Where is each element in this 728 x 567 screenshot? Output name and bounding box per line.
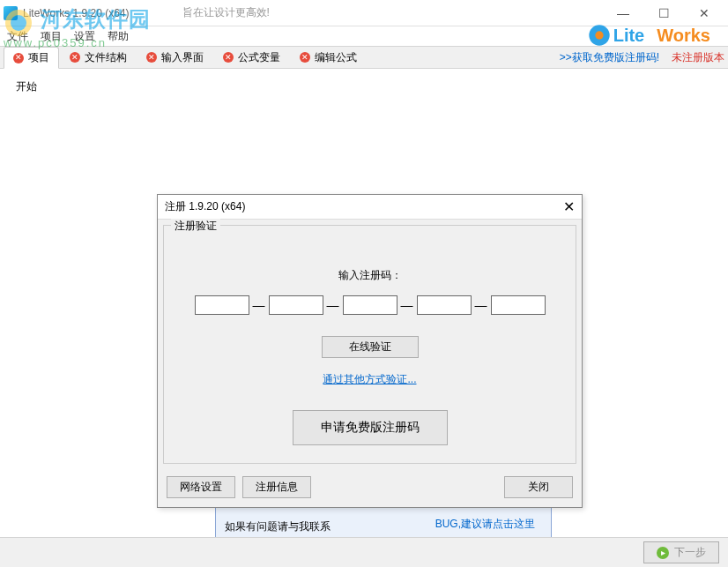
brand-logo: LiteWorks	[587, 23, 723, 48]
close-icon[interactable]: ✕	[223, 52, 234, 63]
bug-link[interactable]: BUG,建议请点击这里	[435, 517, 535, 532]
dialog-close-button[interactable]: 关闭	[504, 476, 573, 498]
code-input-5[interactable]	[491, 295, 546, 315]
brand-works: Works	[657, 26, 710, 46]
dialog-title: 注册 1.9.20 (x64)	[165, 199, 245, 214]
network-settings-button[interactable]: 网络设置	[167, 476, 235, 498]
window-title: LiteWorks 1.9.20 (x64)	[23, 7, 130, 19]
menu-settings[interactable]: 设置	[74, 29, 95, 44]
menu-help[interactable]: 帮助	[108, 29, 129, 44]
close-icon[interactable]: ✕	[146, 52, 157, 63]
verify-button[interactable]: 在线验证	[322, 336, 419, 358]
close-icon[interactable]: ✕	[70, 52, 80, 63]
code-input-2[interactable]	[269, 295, 323, 315]
arrow-right-icon: ▸	[657, 547, 669, 559]
tab-input[interactable]: ✕输入界面	[137, 48, 212, 68]
tab-edit[interactable]: ✕编辑公式	[291, 48, 366, 68]
close-icon[interactable]: ✕	[13, 53, 24, 63]
code-input-row: — — — —	[175, 295, 565, 315]
window-tagline: 旨在让设计更高效!	[182, 5, 270, 20]
gear-icon	[587, 23, 612, 48]
menu-file[interactable]: 文件	[7, 29, 28, 44]
dialog-close-icon[interactable]: ✕	[563, 198, 575, 215]
close-icon[interactable]: ✕	[300, 52, 310, 63]
start-label: 开始	[16, 79, 37, 94]
next-button[interactable]: ▸ 下一步	[643, 541, 719, 563]
tab-structure[interactable]: ✕文件结构	[61, 48, 136, 68]
unregistered-label: 未注册版本	[672, 50, 724, 65]
brand-lite: Lite	[613, 26, 645, 46]
code-input-1[interactable]	[195, 295, 249, 315]
request-free-code-button[interactable]: 申请免费版注册码	[293, 410, 448, 445]
register-dialog: 注册 1.9.20 (x64) ✕ 注册验证 输入注册码： — — — — 在线…	[157, 194, 583, 508]
tab-project[interactable]: ✕项目	[4, 47, 59, 69]
other-verify-link[interactable]: 通过其他方式验证...	[175, 372, 565, 387]
svg-point-1	[595, 31, 603, 39]
register-info-button[interactable]: 注册信息	[242, 476, 311, 498]
get-free-code-link[interactable]: >>获取免费版注册码!	[560, 50, 659, 65]
app-icon	[4, 6, 18, 20]
code-input-4[interactable]	[417, 295, 472, 315]
code-prompt: 输入注册码：	[175, 268, 565, 283]
tab-vars[interactable]: ✕公式变量	[214, 48, 289, 68]
groupbox-legend: 注册验证	[171, 219, 220, 234]
menu-project[interactable]: 项目	[41, 29, 62, 44]
code-input-3[interactable]	[343, 295, 397, 315]
